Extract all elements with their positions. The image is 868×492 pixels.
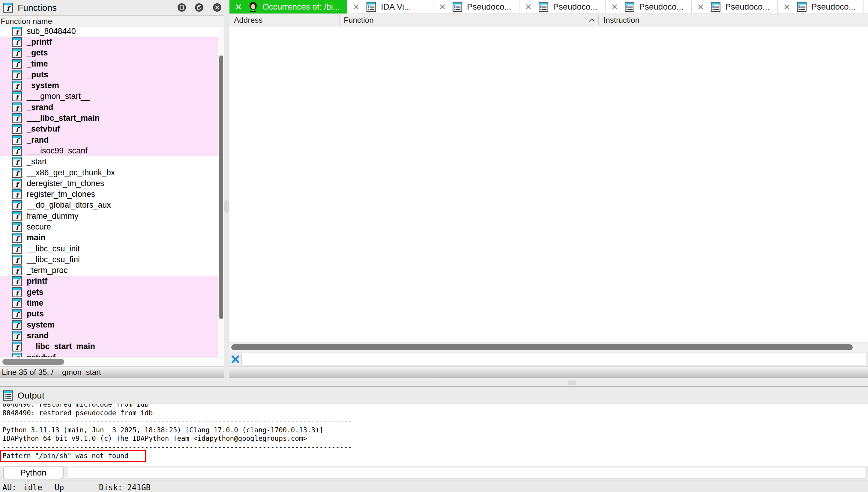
tab-close-icon[interactable] <box>235 4 241 10</box>
function-name: _setvbuf <box>27 124 60 133</box>
function-icon: f <box>12 113 22 123</box>
function-row[interactable]: fsecure <box>0 221 218 232</box>
function-name: _time <box>27 59 48 69</box>
clear-filter-icon[interactable] <box>231 355 240 364</box>
panel-splitter-vertical[interactable] <box>224 0 230 378</box>
status-au-label: AU: <box>2 483 17 492</box>
function-row[interactable]: f__do_global_dtors_aux <box>0 200 218 211</box>
functions-horizontal-scrollbar[interactable] <box>0 357 224 366</box>
function-row[interactable]: fsetvbuf <box>0 352 218 357</box>
function-row[interactable]: f___gmon_start__ <box>0 91 218 102</box>
function-row[interactable]: fputs <box>0 309 218 319</box>
tab-ida-vi-[interactable]: IDA Vi... <box>347 0 433 14</box>
python-console-input[interactable] <box>67 467 865 478</box>
function-icon: f <box>12 157 22 167</box>
results-horizontal-scrollbar[interactable] <box>230 342 868 352</box>
function-row[interactable]: f___libc_start_main <box>0 113 218 123</box>
tab-close-icon[interactable] <box>698 4 704 10</box>
maximize-icon[interactable] <box>178 3 186 12</box>
function-icon: f <box>12 189 22 199</box>
function-icon: f <box>12 266 22 275</box>
results-horizontal-scrollbar-thumb[interactable] <box>231 344 853 350</box>
function-row[interactable]: f___isoc99_scanf <box>0 145 218 156</box>
tab-close-icon[interactable] <box>612 4 617 10</box>
function-name: _gets <box>27 48 48 57</box>
function-name: system <box>27 320 54 329</box>
function-row[interactable]: f__libc_csu_init <box>0 243 218 254</box>
output-console[interactable]: 8048490: restored microcode from idb8048… <box>0 404 868 466</box>
tab-close-icon[interactable] <box>525 4 532 10</box>
column-header-address[interactable]: Address <box>234 14 262 27</box>
filter-input[interactable] <box>241 353 867 365</box>
function-row[interactable]: fsub_8048440 <box>0 27 218 36</box>
function-row[interactable]: fregister_tm_clones <box>0 189 218 200</box>
function-list: fsub_8048440f_printff_getsf_timef_putsf_… <box>0 27 218 357</box>
function-row[interactable]: f_srand <box>0 102 218 113</box>
column-header-instruction[interactable]: Instruction <box>604 14 639 27</box>
list-icon <box>539 2 548 12</box>
function-row[interactable]: fmain <box>0 232 218 243</box>
function-row[interactable]: f__libc_csu_fini <box>0 254 218 265</box>
results-table-body[interactable] <box>230 27 868 342</box>
functions-horizontal-scrollbar-thumb[interactable] <box>2 359 64 365</box>
function-row[interactable]: fsystem <box>0 319 218 330</box>
close-icon[interactable] <box>213 3 221 12</box>
function-icon: f <box>12 342 22 351</box>
tab-occurrences-of-bi-[interactable]: Occurrences of: /bi... <box>230 0 347 14</box>
tab-close-icon[interactable] <box>439 4 445 10</box>
python-button[interactable]: Python <box>3 466 64 479</box>
tab-pseudoco-[interactable]: Pseudoco... <box>864 0 868 14</box>
function-row[interactable]: f_term_proc <box>0 265 218 276</box>
function-name: _srand <box>27 103 53 112</box>
tab-pseudoco-[interactable]: Pseudoco... <box>606 0 691 14</box>
function-row[interactable]: ftime <box>0 298 218 308</box>
tab-label: Pseudoco... <box>725 2 770 12</box>
function-name: ___isoc99_scanf <box>27 146 88 155</box>
function-name: deregister_tm_clones <box>27 179 104 188</box>
function-name: _term_proc <box>27 266 68 275</box>
function-row[interactable]: fsrand <box>0 330 218 341</box>
function-row[interactable]: f__libc_start_main <box>0 341 218 352</box>
list-icon <box>625 2 634 12</box>
tab-pseudoco-[interactable]: Pseudoco... <box>778 0 864 14</box>
splitter-handle[interactable] <box>224 200 229 213</box>
function-name: __libc_csu_fini <box>27 255 80 264</box>
horizontal-splitter[interactable] <box>0 378 868 387</box>
tab-pseudoco-[interactable]: Pseudoco... <box>691 0 778 14</box>
functions-vertical-scrollbar-thumb[interactable] <box>219 55 223 319</box>
column-header-function[interactable]: Function <box>344 14 374 27</box>
restore-icon[interactable] <box>195 3 203 12</box>
function-row[interactable]: f_setvbuf <box>0 124 218 134</box>
status-bar: AU: idle Up Disk: 241GB <box>0 481 868 492</box>
function-row[interactable]: f_time <box>0 58 218 69</box>
python-prompt-row: Python <box>0 466 868 480</box>
function-row[interactable]: fderegister_tm_clones <box>0 178 218 189</box>
function-icon: f <box>12 27 22 36</box>
function-icon: f <box>12 255 22 265</box>
function-row[interactable]: f_rand <box>0 134 218 145</box>
output-panel-title: Output <box>17 390 44 401</box>
tab-pseudoco-[interactable]: Pseudoco... <box>519 0 606 14</box>
function-row[interactable]: f_start <box>0 156 218 167</box>
function-name-column-header[interactable]: Function name <box>0 16 224 27</box>
splitter-handle[interactable] <box>568 380 576 385</box>
function-row[interactable]: f_gets <box>0 48 218 58</box>
function-row[interactable]: f_system <box>0 80 218 91</box>
function-row[interactable]: fprintf <box>0 276 218 287</box>
function-row[interactable]: fgets <box>0 287 218 298</box>
output-line: Pattern "/bin/sh" was not found <box>2 451 352 460</box>
tab-pseudoco-[interactable]: Pseudoco... <box>433 0 519 14</box>
tab-close-icon[interactable] <box>353 4 359 10</box>
tab-close-icon[interactable] <box>784 4 790 10</box>
function-row[interactable]: f__x86_get_pc_thunk_bx <box>0 167 218 178</box>
function-icon: f <box>12 178 22 189</box>
ida-pro-window: f Functions Function name fsub_8048440f_… <box>0 0 868 492</box>
function-row[interactable]: f_puts <box>0 69 218 80</box>
function-row[interactable]: f_printf <box>0 36 218 47</box>
document-tab-bar: Occurrences of: /bi...IDA Vi...Pseudoco.… <box>230 0 868 14</box>
functions-vertical-scrollbar[interactable] <box>218 27 224 357</box>
function-row[interactable]: fframe_dummy <box>0 211 218 221</box>
function-icon: f <box>12 37 22 47</box>
function-icon: f <box>12 287 22 297</box>
functions-panel-title: Functions <box>18 3 57 13</box>
